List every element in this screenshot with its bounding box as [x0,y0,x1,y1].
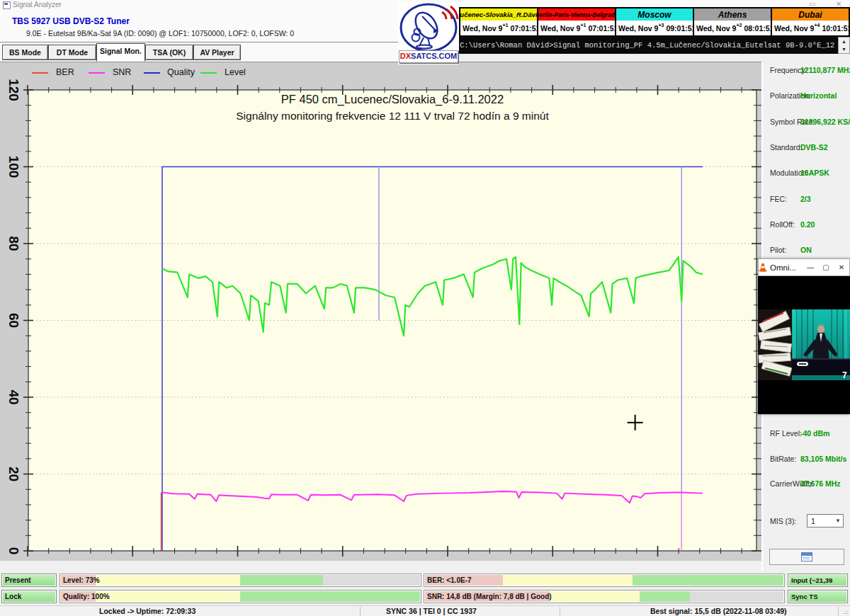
signal-analyzer-window: Signal Analyzer ▭ ✕ TBS 5927 USB DVB-S2 … [0,0,850,616]
info-value-standard: DVB-S2 [800,143,828,152]
info-value-polarization: Horizontal [800,91,837,100]
clock-date: Wed, Nov 9 [540,24,580,33]
dxsatcs-logo: DXSATCS.COM [398,2,459,64]
info-value-bitrate: 83,105 Mbit/s [800,455,846,463]
info-value-symbolrate: 31396,922 KS/s [800,118,850,126]
bar-label: Level: 73% [63,574,100,586]
console-window[interactable]: C:\Users\Roman Dávid>Signal monitoring_P… [457,37,838,54]
clock-city-label: Lučenec-Slovakia_R.Dávid [460,8,537,21]
clock-time-row: Wed, Nov 9+107:01:51 [460,21,537,35]
panel-button[interactable] [769,549,844,565]
vlc-player-window: Omni... — ▢ ✕ [758,258,850,414]
bar-label: BER: <1.0E-7 [427,574,472,586]
uptime-status: Locked -> Uptime: 72:09:33 [99,607,196,615]
info-value-carrierwidth: 37,676 MHz [800,479,841,488]
progress-bar-level: Level: 73% [60,574,421,587]
window-list-icon [801,552,812,561]
clock-time-row: Wed, Nov 9+208:01:51 [694,21,771,35]
world-clock-panel: Lučenec-Slovakia_R.DávidWed, Nov 9+107:0… [459,7,850,37]
info-label-pilot: Pilot: [770,246,786,254]
divider [360,607,361,616]
divider [838,607,839,616]
vlc-minimize-button[interactable]: — [803,263,818,271]
dxsatcs-caption: DXSATCS.COM [399,50,458,63]
info-label-rflevel: RF Level: [770,429,802,438]
signal-chart-widget: BERSNRQualityLevel 020406080100120PF 450… [0,62,761,561]
tab-av-player[interactable]: AV Player [193,45,241,60]
tab-tsa-ok-[interactable]: TSA (OK) [145,45,193,60]
badge-lock: Lock [1,590,57,603]
info-label-rolloff: RollOff: [770,220,795,229]
clock-lu-enec-slovakia-r-d-vid: Lučenec-Slovakia_R.DávidWed, Nov 9+107:0… [460,8,538,35]
svg-text:100: 100 [6,156,21,178]
info-label-bitrate: BitRate: [770,455,796,463]
clock-utc-offset: +4 [814,23,820,28]
console-scrollbar[interactable]: ▲ ▼ [838,37,850,54]
bar-label: SNR: 14,8 dB (Margin: 7,8 dB | Good) [427,591,552,603]
statusbar: Locked -> Uptime: 72:09:33 SYNC 36 | TEI… [0,605,850,616]
clock-city-label: Moscow [616,8,693,21]
info-label-standard: Standard: [770,143,803,152]
scroll-up-icon[interactable]: ▲ [839,38,849,45]
clock-time: 10:01:51 [822,24,850,33]
window-title: Signal Analyzer [13,1,62,8]
svg-text:0: 0 [6,547,21,555]
vlc-title: Omni... [770,263,803,272]
mis-label: MIS (3): [770,517,796,525]
info-value-pilot: ON [800,246,812,254]
tab-row: BS ModeDT ModeSignal Mon.TSA (OK)AV Play… [0,42,458,62]
vlc-video-area[interactable]: 7 [758,276,850,414]
progress-bar-snr: SNR: 14,8 dB (Margin: 7,8 dB | Good) [424,590,785,603]
clock-time-row: Wed, Nov 9+309:01:51 [616,21,693,35]
svg-text:60: 60 [6,313,21,328]
app-icon [3,1,11,9]
clock-time: 09:01:51 [666,24,696,33]
divider [560,607,560,616]
chart-title: PF 450 cm_Lucenec/Slovakia_6-9.11.2022 [281,93,504,106]
bar-label: Quality: 100% [63,591,110,603]
scroll-down-icon[interactable]: ▼ [839,45,849,53]
vlc-titlebar: Omni... — ▢ ✕ [758,258,850,276]
vlc-maximize-button[interactable]: ▢ [818,263,834,271]
mis-dropdown[interactable]: 1 ▼ [807,514,844,527]
clock-date: Wed, Nov 9 [463,24,502,33]
clock-city-label: Dubai [772,8,849,21]
clock-time: 07:01:51 [588,24,618,33]
clock-utc-offset: +1 [580,23,586,28]
badge-input-21-39-mbps-: Input (~21,39 Mbps) [788,574,848,587]
progress-bar-ber: BER: <1.0E-7 [424,574,785,587]
clock-dubai: DubaiWed, Nov 9+410:01:51 [772,8,849,35]
video-frame: 7 [758,276,850,414]
tab-bs-mode[interactable]: BS Mode [2,45,48,60]
info-value-modulation: 16APSK [800,169,829,177]
clock-utc-offset: +2 [736,23,742,28]
clock-date: Wed, Nov 9 [774,24,814,33]
vlc-close-button[interactable]: ✕ [834,263,849,271]
tuner-name: TBS 5927 USB DVB-S2 Tuner [12,16,130,26]
info-value-rolloff: 0.20 [800,220,815,229]
progress-bar-quality: Quality: 100% [60,590,421,603]
clock-date: Wed, Nov 9 [618,24,658,33]
clock-berlin-paris-vienna-belgrade: Berlin-Paris-Vienna-BelgradeWed, Nov 9+1… [538,8,616,35]
clock-athens: AthensWed, Nov 9+208:01:51 [694,8,772,35]
tab-signal-mon-[interactable]: Signal Mon. [96,43,145,62]
chevron-down-icon: ▼ [833,518,843,524]
channel-logo: 7 [842,370,847,380]
satellite-dish-icon [398,2,459,52]
svg-text:80: 80 [6,236,21,251]
clock-time: 07:01:51 [510,24,540,33]
info-value-rflevel: -40 dBm [800,429,829,438]
clock-utc-offset: +1 [502,23,508,28]
clock-moscow: MoscowWed, Nov 9+309:01:51 [616,8,694,35]
chart-subtitle: Signálny monitoring frekvencie 12 111 V … [236,110,549,122]
sync-status: SYNC 36 | TEI 0 | CC 1937 [386,607,477,615]
clock-utc-offset: +3 [658,23,664,28]
resize-grip[interactable]: .:: [843,609,849,615]
best-signal-status: Best signal: 15,5 dB (2022-11-08 03:49) [650,607,787,615]
tab-dt-mode[interactable]: DT Mode [48,45,96,60]
info-value-frequency: 12110,877 MHz [800,66,850,74]
info-value-fec: 2/3 [800,195,811,203]
clock-time-row: Wed, Nov 9+410:01:51 [772,21,849,35]
svg-text:40: 40 [6,389,21,404]
clock-city-label: Athens [694,8,771,21]
